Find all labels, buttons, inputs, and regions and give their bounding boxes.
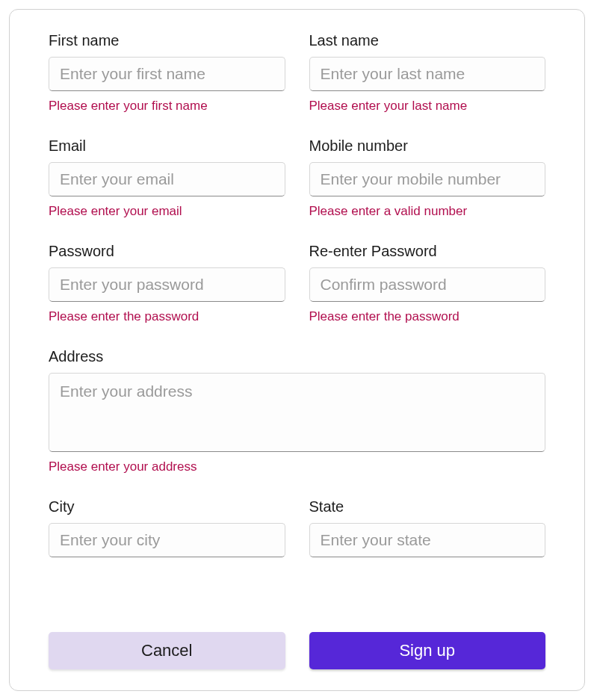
cancel-button[interactable]: Cancel [49, 632, 285, 669]
field-city: City [49, 498, 285, 557]
field-first-name: First name Please enter your first name [49, 32, 285, 114]
password-input[interactable] [49, 267, 285, 302]
field-password: Password Please enter the password [49, 243, 285, 324]
password-error: Please enter the password [49, 309, 285, 324]
state-input[interactable] [309, 523, 546, 557]
first-name-input[interactable] [49, 57, 285, 91]
first-name-error: Please enter your first name [49, 99, 285, 114]
address-label: Address [49, 348, 545, 365]
row-address: Address Please enter your address [49, 348, 545, 474]
email-input[interactable] [49, 162, 285, 196]
row-name: First name Please enter your first name … [49, 32, 545, 114]
field-confirm-password: Re-enter Password Please enter the passw… [309, 243, 546, 324]
row-password: Password Please enter the password Re-en… [49, 243, 545, 324]
state-label: State [309, 498, 546, 515]
password-label: Password [49, 243, 285, 260]
confirm-password-error: Please enter the password [309, 309, 546, 324]
signup-button[interactable]: Sign up [309, 632, 546, 669]
first-name-label: First name [49, 32, 285, 49]
confirm-password-input[interactable] [309, 267, 546, 302]
last-name-input[interactable] [309, 57, 546, 91]
row-contact: Email Please enter your email Mobile num… [49, 137, 545, 219]
city-input[interactable] [49, 523, 285, 557]
field-mobile: Mobile number Please enter a valid numbe… [309, 137, 546, 219]
email-error: Please enter your email [49, 204, 285, 219]
confirm-password-label: Re-enter Password [309, 243, 546, 260]
email-label: Email [49, 137, 285, 155]
field-email: Email Please enter your email [49, 137, 285, 219]
address-input[interactable] [49, 373, 545, 452]
form-scroll-area[interactable]: First name Please enter your first name … [49, 32, 557, 619]
city-label: City [49, 498, 285, 515]
address-error: Please enter your address [49, 459, 545, 474]
last-name-label: Last name [309, 32, 546, 49]
last-name-error: Please enter your last name [309, 99, 546, 114]
field-address: Address Please enter your address [49, 348, 545, 474]
mobile-label: Mobile number [309, 137, 546, 155]
field-last-name: Last name Please enter your last name [309, 32, 546, 114]
signup-dialog: First name Please enter your first name … [9, 9, 585, 691]
field-state: State [309, 498, 546, 557]
row-location: City State [49, 498, 545, 557]
dialog-footer: Cancel Sign up [49, 632, 545, 669]
mobile-error: Please enter a valid number [309, 204, 546, 219]
mobile-input[interactable] [309, 162, 546, 196]
